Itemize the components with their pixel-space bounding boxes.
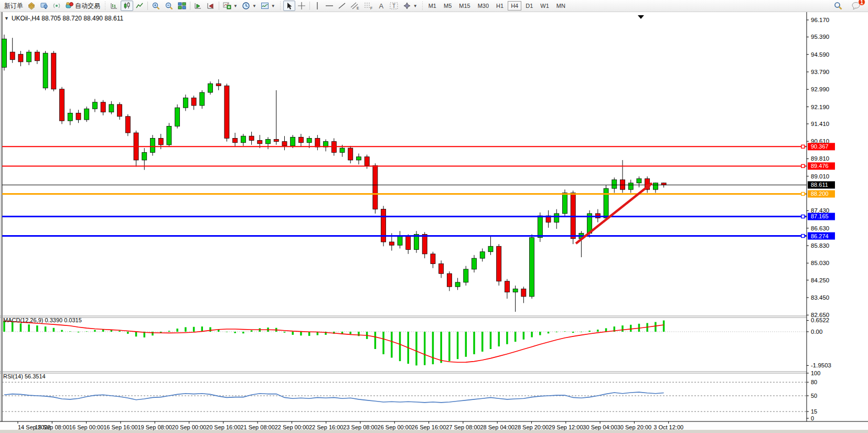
candle-bearish bbox=[76, 113, 81, 120]
auto-scroll-icon[interactable] bbox=[192, 1, 205, 11]
macd-axis-label: -1.9503 bbox=[811, 362, 831, 368]
chart-shift-icon[interactable] bbox=[205, 1, 217, 11]
time-tick-label: 3 Oct 12:00 bbox=[653, 424, 683, 430]
candlestick-chart-type-icon[interactable] bbox=[121, 1, 133, 11]
price-tick-label: 89.010 bbox=[811, 173, 829, 179]
candle-bearish bbox=[365, 157, 369, 166]
crosshair-tool-icon[interactable] bbox=[295, 1, 308, 11]
candle-bullish bbox=[291, 137, 295, 146]
timeframe-button-h4[interactable]: H4 bbox=[508, 1, 521, 10]
price-chart[interactable]: 96.17095.39094.59093.79092.99092.19091.4… bbox=[0, 12, 868, 433]
candle-bearish bbox=[406, 237, 411, 250]
candle-bearish bbox=[60, 89, 65, 121]
candle-bullish bbox=[43, 53, 48, 88]
zoom-in-icon[interactable] bbox=[149, 1, 163, 11]
candle-bearish bbox=[216, 83, 221, 86]
cursor-tool-icon[interactable] bbox=[283, 1, 295, 11]
notifications-button[interactable]: 1 bbox=[849, 1, 863, 11]
price-tick-label: 89.810 bbox=[811, 155, 829, 162]
trendline-tool-icon[interactable] bbox=[336, 1, 348, 11]
zoom-out-icon[interactable] bbox=[163, 1, 176, 11]
candle-bullish bbox=[513, 289, 518, 292]
navigator-icon[interactable] bbox=[38, 1, 50, 11]
rsi-axis-label: 100 bbox=[811, 370, 820, 376]
timeframe-button-w1[interactable]: W1 bbox=[537, 1, 552, 10]
market-watch-icon[interactable] bbox=[25, 1, 38, 11]
candle-bearish bbox=[348, 148, 353, 160]
chart-title-ohlc: UKOil-,H4 88.705 88.720 88.490 88.611 bbox=[12, 15, 123, 22]
candle-bearish bbox=[497, 246, 501, 281]
timeframe-button-mn[interactable]: MN bbox=[553, 1, 569, 10]
line-anchor-marker[interactable] bbox=[801, 164, 805, 167]
new-order-button[interactable]: 新订单 bbox=[2, 1, 25, 11]
bar-chart-type-icon[interactable] bbox=[108, 1, 121, 11]
candle-bullish bbox=[472, 258, 477, 269]
price-tick-label: 83.450 bbox=[811, 294, 829, 301]
time-tick-label: 30 Sep 20:00 bbox=[617, 424, 651, 430]
candle-bearish bbox=[389, 242, 394, 245]
timeframe-button-d1[interactable]: D1 bbox=[522, 1, 536, 10]
arrows-tool-icon[interactable]: ▼ bbox=[401, 1, 420, 11]
toolbar-separator bbox=[190, 2, 190, 10]
candle-bullish bbox=[200, 92, 205, 105]
candle-bullish bbox=[398, 237, 402, 246]
rsi-axis-label: 80 bbox=[811, 379, 817, 385]
candle-bearish bbox=[298, 137, 303, 142]
vertical-line-tool-icon[interactable] bbox=[312, 1, 323, 11]
candle-bullish bbox=[109, 104, 114, 112]
time-tick-label: 16 Sep 00:00 bbox=[69, 424, 103, 430]
price-tick-label: 93.790 bbox=[811, 69, 829, 75]
price-tick-label: 92.990 bbox=[811, 86, 829, 92]
equidistant-channel-tool-icon[interactable]: E bbox=[348, 1, 362, 11]
candle-bullish bbox=[307, 138, 312, 142]
indicators-button[interactable]: ▼ bbox=[221, 1, 240, 11]
auto-trading-label: 自动交易 bbox=[75, 2, 100, 10]
collapse-chart-icon[interactable]: ▼ bbox=[4, 16, 9, 21]
templates-button[interactable]: ▼ bbox=[259, 1, 277, 11]
line-anchor-marker[interactable] bbox=[801, 192, 805, 195]
line-anchor-marker[interactable] bbox=[801, 235, 805, 238]
candle-bearish bbox=[35, 52, 39, 61]
line-anchor-marker[interactable] bbox=[801, 215, 805, 218]
rsi-axis-label: 50 bbox=[811, 393, 817, 399]
text-label-tool-icon[interactable]: T bbox=[387, 1, 401, 11]
time-tick-label: 20 Sep 16:00 bbox=[206, 424, 240, 430]
time-tick-label: 26 Sep 00:00 bbox=[378, 424, 412, 430]
line-anchor-marker[interactable] bbox=[801, 145, 805, 148]
tile-windows-icon[interactable] bbox=[176, 1, 188, 11]
candle-bearish bbox=[439, 264, 444, 274]
candle-bullish bbox=[266, 139, 271, 143]
fibonacci-tool-icon[interactable]: F bbox=[362, 1, 376, 11]
candle-bullish bbox=[562, 193, 567, 214]
horizontal-line-tool-icon[interactable] bbox=[323, 1, 336, 11]
timeframe-button-h1[interactable]: H1 bbox=[493, 1, 507, 10]
rsi-indicator-label: RSI(14) 56.3514 bbox=[3, 373, 46, 379]
chart-window[interactable]: 96.17095.39094.59093.79092.99092.19091.4… bbox=[0, 12, 868, 433]
candle-bullish bbox=[637, 178, 641, 183]
price-line-label: 88.200 bbox=[811, 191, 829, 197]
auto-trading-button[interactable]: 自动交易 bbox=[63, 1, 102, 11]
periods-button[interactable]: ▼ bbox=[240, 1, 259, 11]
chevron-down-icon: ▼ bbox=[271, 4, 275, 8]
signal-icon[interactable] bbox=[50, 1, 63, 11]
timeframe-button-m1[interactable]: M1 bbox=[425, 1, 440, 10]
price-line-label: 88.611 bbox=[811, 182, 828, 188]
line-chart-type-icon[interactable] bbox=[133, 1, 146, 11]
candle-bullish bbox=[208, 83, 213, 92]
timeframe-button-m15[interactable]: M15 bbox=[456, 1, 473, 10]
macd-axis-label: 0.6522 bbox=[811, 317, 829, 323]
timeframe-button-m5[interactable]: M5 bbox=[441, 1, 455, 10]
svg-text:E: E bbox=[357, 6, 359, 10]
candle-bullish bbox=[142, 152, 147, 160]
timeframe-button-m30[interactable]: M30 bbox=[475, 1, 492, 10]
time-tick-label: 21 Sep 08:00 bbox=[240, 424, 274, 430]
toolbar: 新订单 自动交易 ▼ ▼ bbox=[0, 0, 868, 12]
new-order-label: 新订单 bbox=[4, 2, 23, 10]
search-icon[interactable] bbox=[831, 1, 845, 11]
candle-bearish bbox=[10, 52, 15, 60]
candle-bullish bbox=[340, 148, 345, 152]
text-tool-icon[interactable]: A bbox=[376, 1, 387, 11]
price-tick-label: 94.590 bbox=[811, 51, 829, 58]
time-tick-label: 20 Sep 00:00 bbox=[172, 424, 206, 430]
candle-bearish bbox=[521, 289, 526, 297]
